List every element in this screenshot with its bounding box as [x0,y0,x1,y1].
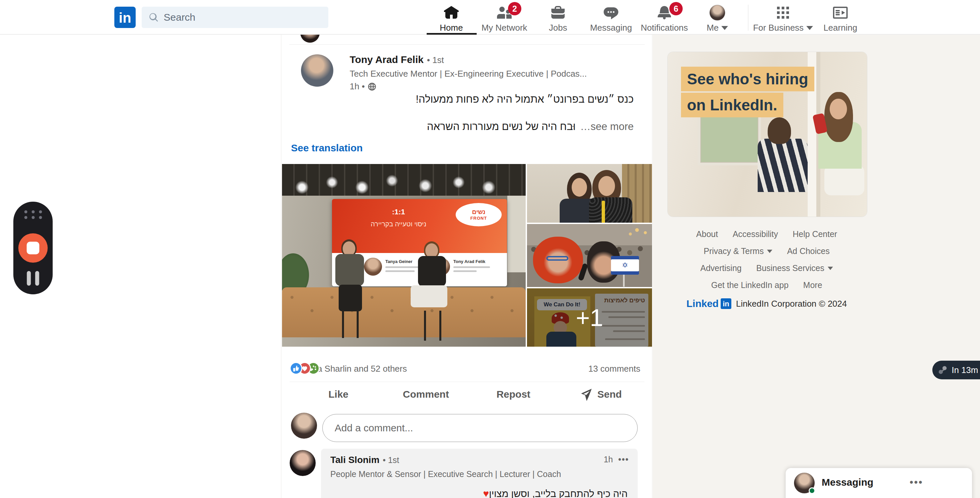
messaging-overflow-menu[interactable]: ••• [910,477,923,488]
nav-learning[interactable]: Learning [812,2,869,34]
search-input[interactable] [164,12,310,23]
chevron-down-icon [767,250,772,253]
stop-recording-button[interactable] [18,233,48,263]
ad-person-left-body [758,138,808,192]
comments-count[interactable]: 13 comments [588,364,640,374]
ad-headline-line2: on LinkedIn. [681,93,783,117]
stop-icon [27,242,39,255]
post-author-name[interactable]: Tony Arad Felik [350,54,424,65]
comment-author-degree: • 1st [383,455,399,465]
comment-overflow-menu[interactable]: ••• [618,455,629,465]
post-media-collage: :1:1 ניסוי וטעייה בקריירה נשים FRONT Tan… [282,164,652,347]
ad-headline-line1: See who's hiring [681,67,815,91]
recording-control-widget [13,202,52,294]
more-photos-overlay[interactable]: +1 [527,288,652,347]
ad-banner[interactable]: See who's hiring on LinkedIn. [668,52,867,217]
linkedin-logo[interactable]: in [115,7,136,28]
footer-advertising[interactable]: Advertising [700,263,742,273]
drag-handle-icon[interactable] [23,210,43,219]
ad-person-left-hair [768,117,791,144]
chevron-down-icon [828,267,833,270]
post-author-avatar[interactable] [301,54,333,87]
learning-icon [832,5,848,21]
nav-jobs[interactable]: Jobs [530,2,586,34]
like-button[interactable]: Like [295,384,382,405]
see-translation-link[interactable]: See translation [291,142,363,154]
stage-window [508,196,526,272]
send-button[interactable]: Send [557,384,645,405]
like-reaction-icon[interactable] [290,362,302,375]
globe-icon [368,82,377,91]
add-comment-input[interactable] [322,414,638,442]
speaker1-headshot [364,258,382,276]
post-photo-poster-slide[interactable]: We Can Do It! טיפים לאמיצות +1 [527,288,652,347]
footer-accessibility[interactable]: Accessibility [733,229,778,239]
footer-linkedin-wordmark: Linked [686,298,719,309]
search-box [142,7,328,28]
post-author-degree: • 1st [427,55,444,65]
comment-timestamp: 1h [604,455,613,465]
footer-about[interactable]: About [696,229,718,239]
nav-messaging[interactable]: Messaging [583,2,640,34]
comment-author-avatar[interactable] [290,450,316,476]
nav-divider [748,5,748,31]
comment-author-name[interactable]: Tali Slonim [330,455,379,465]
flag-pole [623,273,625,287]
post-divider [290,382,644,382]
see-more-link[interactable]: …see more [580,121,634,132]
ad-copy: See who's hiring on LinkedIn. [681,67,815,117]
post-photo-stage[interactable]: :1:1 ניסוי וטעייה בקריירה נשים FRONT Tan… [282,164,526,347]
nav-active-indicator [427,33,477,35]
post-photo-two-women[interactable] [527,164,652,223]
footer-business-services[interactable]: Business Services [756,263,833,273]
footer-copyright: LinkedIn Corporation © 2024 [736,299,847,309]
jobs-icon [550,5,566,21]
nav-me[interactable]: Me [689,2,746,34]
comment-author-headline: People Mentor & Sensor | Executive Searc… [330,469,561,479]
messaging-title[interactable]: Messaging [822,477,873,488]
reactions-summary[interactable]: Ira Sharlin and 52 others [312,364,407,374]
speaker2-name: Tony Arad Felik [453,259,485,264]
footer-more[interactable]: More [803,280,822,290]
footer-privacy-terms[interactable]: Privacy & Terms [704,246,772,256]
home-icon [443,5,459,21]
post-timestamp: 1h • [350,81,377,92]
hourglass-icon [938,365,948,375]
chevron-down-icon [721,26,728,30]
event-logo: נשים FRONT [456,203,502,226]
footer-get-app[interactable]: Get the LinkedIn app [711,280,788,290]
comment-bubble: Tali Slonim • 1st 1h ••• People Mentor &… [321,449,638,498]
social-proof-row: Ira Sharlin and 52 others 13 comments [282,362,653,377]
stage-couch [282,287,526,337]
nav-home[interactable]: Home [423,2,480,34]
repost-button[interactable]: Repost [470,384,557,405]
blue-glasses [546,256,568,261]
comment-button[interactable]: Comment [382,384,470,405]
footer-help-center[interactable]: Help Center [793,229,837,239]
nav-notifications[interactable]: Notifications 6 [636,2,693,34]
red-heart-emoji: ♥ [483,488,489,498]
nav-my-network[interactable]: My Network 2 [476,2,533,34]
me-avatar [710,5,725,21]
messaging-icon [603,5,619,21]
feed-post-card: Tony Arad Felik • 1st Tech Executive Men… [281,35,652,498]
my-network-badge: 2 [508,2,521,15]
ad-person-right-pants [824,165,864,195]
footer-links: About Accessibility Help Center Privacy … [663,229,870,309]
nav-for-business[interactable]: For Business [751,2,815,34]
composer-avatar[interactable] [291,413,317,439]
post-text-line1: כנס ״נשים בפרונט״ אתמול היה לא פחות ממעו… [416,93,634,105]
footer-ad-choices[interactable]: Ad Choices [787,246,830,256]
timer-badge[interactable]: In 13m [932,361,980,379]
pause-recording-button[interactable] [27,271,39,286]
online-status-dot [809,487,815,494]
speaker1-name: Tanya Geiner [385,259,412,264]
screen-subtitle: ניסוי וטעייה בקריירה [346,220,451,228]
speaker1-caption-bar [385,266,422,268]
post-text-line2: וּבח היה של נשים מעוררות השראה…see more [427,121,634,133]
grid-icon [775,5,791,21]
post-actions-bar: Like Comment Repost Send [295,384,645,405]
post-photo-selfie-crowd[interactable]: ✡ [527,224,652,287]
screen-title: :1:1 [346,208,451,216]
messaging-dock[interactable]: Messaging ••• [786,468,972,498]
